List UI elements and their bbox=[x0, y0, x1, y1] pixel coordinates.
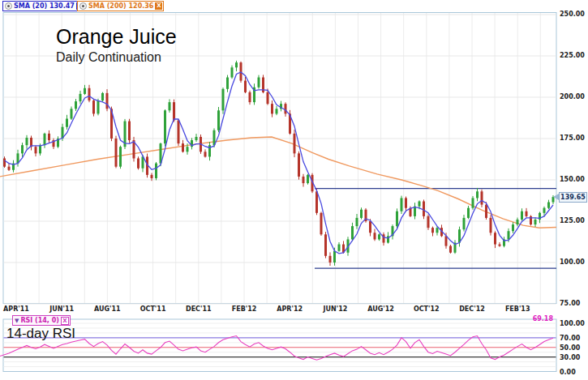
legend-sma200-label: SMA (200) 120.36 bbox=[88, 2, 153, 10]
legend-sma20-label: SMA (20) 130.47 bbox=[14, 2, 75, 10]
legend-sma20[interactable]: SMA (20) 130.47 X bbox=[2, 1, 85, 11]
chart-window: SMA (20) 130.47 X SMA (200) 120.36 X Ora… bbox=[0, 0, 588, 380]
close-icon[interactable]: X bbox=[61, 317, 69, 325]
legend-rsi[interactable]: ▼ RSI (14, 0) X bbox=[12, 315, 71, 326]
legend-sma200[interactable]: SMA (200) 120.36 X bbox=[77, 1, 164, 11]
chart-canvas[interactable] bbox=[0, 0, 588, 380]
close-icon[interactable]: X bbox=[155, 2, 162, 10]
radio-icon[interactable] bbox=[5, 2, 12, 10]
dropdown-icon[interactable]: ▼ bbox=[15, 318, 19, 324]
radio-icon[interactable] bbox=[79, 2, 87, 10]
legend-rsi-label: RSI (14, 0) bbox=[20, 317, 59, 324]
